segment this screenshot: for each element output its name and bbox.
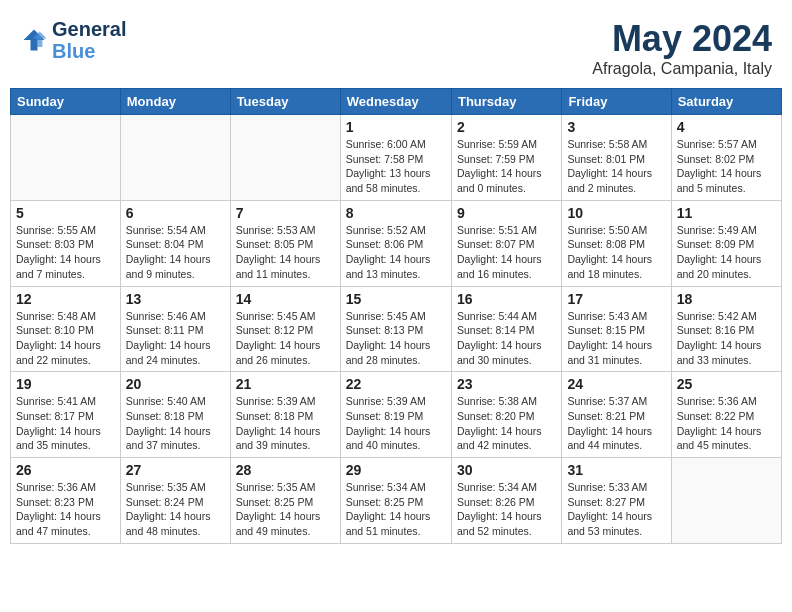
day-number: 7 [236,205,335,221]
day-cell: 15Sunrise: 5:45 AMSunset: 8:13 PMDayligh… [340,286,451,372]
weekday-friday: Friday [562,89,671,115]
day-cell: 19Sunrise: 5:41 AMSunset: 8:17 PMDayligh… [11,372,121,458]
day-number: 5 [16,205,115,221]
day-number: 24 [567,376,665,392]
day-info: Sunrise: 5:34 AMSunset: 8:26 PMDaylight:… [457,480,556,539]
day-number: 30 [457,462,556,478]
day-cell: 24Sunrise: 5:37 AMSunset: 8:21 PMDayligh… [562,372,671,458]
page-header: General Blue May 2024 Afragola, Campania… [10,10,782,82]
day-number: 31 [567,462,665,478]
day-info: Sunrise: 5:45 AMSunset: 8:12 PMDaylight:… [236,309,335,368]
weekday-saturday: Saturday [671,89,781,115]
day-cell: 13Sunrise: 5:46 AMSunset: 8:11 PMDayligh… [120,286,230,372]
day-info: Sunrise: 5:50 AMSunset: 8:08 PMDaylight:… [567,223,665,282]
day-number: 2 [457,119,556,135]
day-number: 10 [567,205,665,221]
logo-blue: Blue [52,40,126,62]
weekday-header-row: SundayMondayTuesdayWednesdayThursdayFrid… [11,89,782,115]
day-info: Sunrise: 5:57 AMSunset: 8:02 PMDaylight:… [677,137,776,196]
day-number: 27 [126,462,225,478]
week-row-2: 5Sunrise: 5:55 AMSunset: 8:03 PMDaylight… [11,200,782,286]
day-cell [230,115,340,201]
day-cell: 6Sunrise: 5:54 AMSunset: 8:04 PMDaylight… [120,200,230,286]
day-number: 28 [236,462,335,478]
day-info: Sunrise: 5:59 AMSunset: 7:59 PMDaylight:… [457,137,556,196]
day-cell: 4Sunrise: 5:57 AMSunset: 8:02 PMDaylight… [671,115,781,201]
day-cell: 22Sunrise: 5:39 AMSunset: 8:19 PMDayligh… [340,372,451,458]
day-info: Sunrise: 5:44 AMSunset: 8:14 PMDaylight:… [457,309,556,368]
day-info: Sunrise: 5:39 AMSunset: 8:18 PMDaylight:… [236,394,335,453]
day-number: 12 [16,291,115,307]
day-cell: 23Sunrise: 5:38 AMSunset: 8:20 PMDayligh… [451,372,561,458]
day-number: 19 [16,376,115,392]
day-info: Sunrise: 5:34 AMSunset: 8:25 PMDaylight:… [346,480,446,539]
week-row-1: 1Sunrise: 6:00 AMSunset: 7:58 PMDaylight… [11,115,782,201]
day-cell: 11Sunrise: 5:49 AMSunset: 8:09 PMDayligh… [671,200,781,286]
day-cell: 27Sunrise: 5:35 AMSunset: 8:24 PMDayligh… [120,458,230,544]
day-cell: 7Sunrise: 5:53 AMSunset: 8:05 PMDaylight… [230,200,340,286]
day-info: Sunrise: 5:54 AMSunset: 8:04 PMDaylight:… [126,223,225,282]
day-info: Sunrise: 5:35 AMSunset: 8:24 PMDaylight:… [126,480,225,539]
day-number: 9 [457,205,556,221]
day-info: Sunrise: 5:53 AMSunset: 8:05 PMDaylight:… [236,223,335,282]
day-number: 17 [567,291,665,307]
day-cell: 26Sunrise: 5:36 AMSunset: 8:23 PMDayligh… [11,458,121,544]
day-cell: 12Sunrise: 5:48 AMSunset: 8:10 PMDayligh… [11,286,121,372]
day-cell: 14Sunrise: 5:45 AMSunset: 8:12 PMDayligh… [230,286,340,372]
day-info: Sunrise: 5:36 AMSunset: 8:22 PMDaylight:… [677,394,776,453]
day-cell: 18Sunrise: 5:42 AMSunset: 8:16 PMDayligh… [671,286,781,372]
day-info: Sunrise: 5:37 AMSunset: 8:21 PMDaylight:… [567,394,665,453]
day-number: 13 [126,291,225,307]
day-cell: 31Sunrise: 5:33 AMSunset: 8:27 PMDayligh… [562,458,671,544]
day-number: 14 [236,291,335,307]
day-info: Sunrise: 5:55 AMSunset: 8:03 PMDaylight:… [16,223,115,282]
day-cell [671,458,781,544]
weekday-sunday: Sunday [11,89,121,115]
day-number: 21 [236,376,335,392]
day-cell: 9Sunrise: 5:51 AMSunset: 8:07 PMDaylight… [451,200,561,286]
day-info: Sunrise: 5:48 AMSunset: 8:10 PMDaylight:… [16,309,115,368]
day-cell [11,115,121,201]
day-cell: 1Sunrise: 6:00 AMSunset: 7:58 PMDaylight… [340,115,451,201]
day-number: 20 [126,376,225,392]
day-info: Sunrise: 5:40 AMSunset: 8:18 PMDaylight:… [126,394,225,453]
day-number: 15 [346,291,446,307]
day-number: 18 [677,291,776,307]
day-info: Sunrise: 5:38 AMSunset: 8:20 PMDaylight:… [457,394,556,453]
day-cell: 20Sunrise: 5:40 AMSunset: 8:18 PMDayligh… [120,372,230,458]
logo: General Blue [20,18,126,62]
day-number: 29 [346,462,446,478]
month-title: May 2024 [592,18,772,60]
day-info: Sunrise: 5:46 AMSunset: 8:11 PMDaylight:… [126,309,225,368]
day-number: 22 [346,376,446,392]
day-cell: 16Sunrise: 5:44 AMSunset: 8:14 PMDayligh… [451,286,561,372]
day-info: Sunrise: 5:41 AMSunset: 8:17 PMDaylight:… [16,394,115,453]
day-cell: 8Sunrise: 5:52 AMSunset: 8:06 PMDaylight… [340,200,451,286]
day-number: 1 [346,119,446,135]
day-info: Sunrise: 5:43 AMSunset: 8:15 PMDaylight:… [567,309,665,368]
day-number: 16 [457,291,556,307]
day-cell: 2Sunrise: 5:59 AMSunset: 7:59 PMDaylight… [451,115,561,201]
day-number: 4 [677,119,776,135]
day-cell: 30Sunrise: 5:34 AMSunset: 8:26 PMDayligh… [451,458,561,544]
day-info: Sunrise: 5:52 AMSunset: 8:06 PMDaylight:… [346,223,446,282]
logo-general: General [52,18,126,40]
day-info: Sunrise: 5:42 AMSunset: 8:16 PMDaylight:… [677,309,776,368]
day-info: Sunrise: 5:39 AMSunset: 8:19 PMDaylight:… [346,394,446,453]
weekday-wednesday: Wednesday [340,89,451,115]
calendar: SundayMondayTuesdayWednesdayThursdayFrid… [10,88,782,544]
weekday-thursday: Thursday [451,89,561,115]
day-number: 25 [677,376,776,392]
day-cell: 29Sunrise: 5:34 AMSunset: 8:25 PMDayligh… [340,458,451,544]
logo-icon [20,26,48,54]
day-number: 26 [16,462,115,478]
title-block: May 2024 Afragola, Campania, Italy [592,18,772,78]
day-info: Sunrise: 6:00 AMSunset: 7:58 PMDaylight:… [346,137,446,196]
day-info: Sunrise: 5:36 AMSunset: 8:23 PMDaylight:… [16,480,115,539]
day-info: Sunrise: 5:35 AMSunset: 8:25 PMDaylight:… [236,480,335,539]
logo-text: General Blue [52,18,126,62]
day-info: Sunrise: 5:45 AMSunset: 8:13 PMDaylight:… [346,309,446,368]
weekday-tuesday: Tuesday [230,89,340,115]
location: Afragola, Campania, Italy [592,60,772,78]
day-cell: 17Sunrise: 5:43 AMSunset: 8:15 PMDayligh… [562,286,671,372]
